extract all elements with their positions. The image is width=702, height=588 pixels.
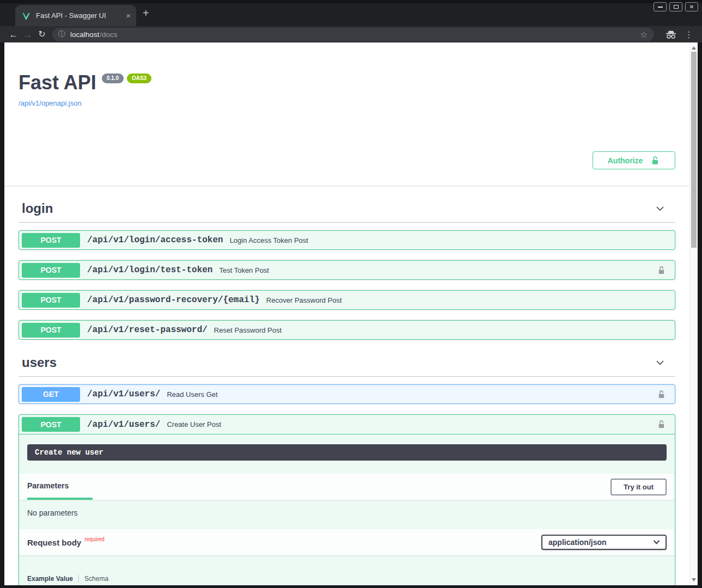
tag-section-users[interactable]: users xyxy=(19,355,675,377)
method-badge: POST xyxy=(22,293,80,308)
operation-description: Create new user xyxy=(27,444,667,461)
operation-path: /api/v1/password-recovery/{email} xyxy=(87,295,260,305)
media-type-value: application/json xyxy=(548,538,607,547)
auth-lock-button[interactable] xyxy=(657,266,666,275)
window-minimize-button[interactable] xyxy=(654,2,667,11)
opblock-login-access-token[interactable]: POST /api/v1/login/access-token Login Ac… xyxy=(19,230,675,250)
auth-lock-button[interactable] xyxy=(657,390,666,399)
operation-path: /api/v1/reset-password/ xyxy=(87,325,207,335)
operation-summary: Test Token Post xyxy=(219,266,269,274)
operation-path: /api/v1/login/test-token xyxy=(87,265,212,275)
browser-toolbar: ← → ↻ ⓘ localhost /docs ☆ ⋮ xyxy=(0,26,702,42)
maximize-icon xyxy=(674,5,679,9)
scroll-down-arrow-icon[interactable] xyxy=(692,578,696,581)
swagger-page: Fast API 0.1.0 OAS3 /api/v1/openapi.json… xyxy=(4,42,689,585)
page-scrollbar[interactable] xyxy=(689,42,698,585)
request-body-label: Request body xyxy=(27,538,81,547)
tab-close-icon[interactable]: × xyxy=(126,11,131,20)
browser-menu-icon[interactable]: ⋮ xyxy=(685,29,693,40)
new-tab-button[interactable]: + xyxy=(143,7,149,20)
tab-example-value[interactable]: Example Value xyxy=(27,575,73,583)
method-badge: GET xyxy=(22,387,80,402)
method-badge: POST xyxy=(22,323,80,338)
try-it-out-button[interactable]: Try it out xyxy=(611,479,667,495)
openapi-spec-link[interactable]: /api/v1/openapi.json xyxy=(19,99,82,107)
auth-lock-button[interactable] xyxy=(657,420,666,429)
address-bar[interactable]: ⓘ localhost /docs ☆ xyxy=(52,28,654,41)
oas3-badge: OAS3 xyxy=(127,74,151,83)
opblock-create-user-expanded: POST /api/v1/users/ Create User Post Cre… xyxy=(19,414,675,585)
operation-path: /api/v1/users/ xyxy=(87,389,160,399)
chevron-down-icon[interactable] xyxy=(655,203,666,214)
opblock-create-user-header[interactable]: POST /api/v1/users/ Create User Post xyxy=(19,415,675,434)
tab-parameters[interactable]: Parameters xyxy=(27,474,93,500)
url-path: /docs xyxy=(100,30,117,39)
bookmark-star-icon[interactable]: ☆ xyxy=(640,29,648,40)
tab-title: Fast API - Swagger UI xyxy=(36,11,120,20)
reload-icon[interactable]: ↻ xyxy=(35,30,49,39)
browser-titlebar: Fast API - Swagger UI × + ✕ xyxy=(0,0,702,26)
scheme-container: Authorize xyxy=(4,135,689,186)
opblock-password-recovery[interactable]: POST /api/v1/password-recovery/{email} R… xyxy=(19,290,675,310)
tag-title-login: login xyxy=(22,201,53,216)
authorize-label: Authorize xyxy=(608,156,643,165)
api-info: Fast API 0.1.0 OAS3 /api/v1/openapi.json xyxy=(19,42,675,108)
unlocked-padlock-icon xyxy=(657,390,666,399)
operation-summary: Recover Password Post xyxy=(266,296,342,304)
tag-title-users: users xyxy=(22,355,57,370)
page-info-icon[interactable]: ⓘ xyxy=(58,29,65,39)
required-flag: required xyxy=(84,536,105,542)
opblock-read-users[interactable]: GET /api/v1/users/ Read Users Get xyxy=(19,384,675,404)
unlocked-padlock-icon xyxy=(657,266,666,275)
back-icon[interactable]: ← xyxy=(7,30,21,39)
opblock-login-test-token[interactable]: POST /api/v1/login/test-token Test Token… xyxy=(19,260,675,280)
operation-summary: Reset Password Post xyxy=(214,326,282,334)
scroll-up-arrow-icon[interactable] xyxy=(692,46,696,50)
method-badge: POST xyxy=(22,417,80,432)
browser-tab[interactable]: Fast API - Swagger UI × xyxy=(15,5,136,26)
page-title: Fast API xyxy=(19,71,96,94)
method-badge: POST xyxy=(22,233,80,248)
minimize-icon xyxy=(658,7,663,8)
site-favicon-v-icon xyxy=(22,11,30,20)
model-example: Example Value Schema { xyxy=(27,575,667,585)
no-parameters-text: No parameters xyxy=(19,500,675,529)
unlocked-padlock-icon xyxy=(657,420,666,429)
unlocked-padlock-icon xyxy=(650,156,660,166)
operation-path: /api/v1/users/ xyxy=(87,420,160,430)
version-badge: 0.1.0 xyxy=(102,74,124,83)
tag-section-login[interactable]: login xyxy=(19,201,675,223)
chevron-down-icon[interactable] xyxy=(655,357,666,368)
operation-path: /api/v1/login/access-token xyxy=(87,235,223,245)
window-maximize-button[interactable] xyxy=(669,2,682,11)
parameters-header: Parameters Try it out xyxy=(19,474,675,500)
tab-divider xyxy=(78,575,79,583)
forward-icon[interactable]: → xyxy=(21,30,35,39)
method-badge: POST xyxy=(22,263,80,278)
opblock-reset-password[interactable]: POST /api/v1/reset-password/ Reset Passw… xyxy=(19,320,675,340)
incognito-icon xyxy=(665,30,677,39)
authorize-button[interactable]: Authorize xyxy=(593,151,675,169)
operation-summary: Read Users Get xyxy=(167,390,217,399)
chevron-down-icon xyxy=(653,540,660,545)
request-body-header: Request body required application/json xyxy=(19,529,675,555)
scrollbar-thumb[interactable] xyxy=(691,52,697,248)
window-close-button[interactable]: ✕ xyxy=(685,2,698,11)
media-type-select[interactable]: application/json xyxy=(541,535,667,550)
operation-summary: Create User Post xyxy=(167,420,221,428)
tab-schema[interactable]: Schema xyxy=(84,575,108,583)
operation-summary: Login Access Token Post xyxy=(230,236,308,244)
url-host: localhost xyxy=(70,30,99,39)
